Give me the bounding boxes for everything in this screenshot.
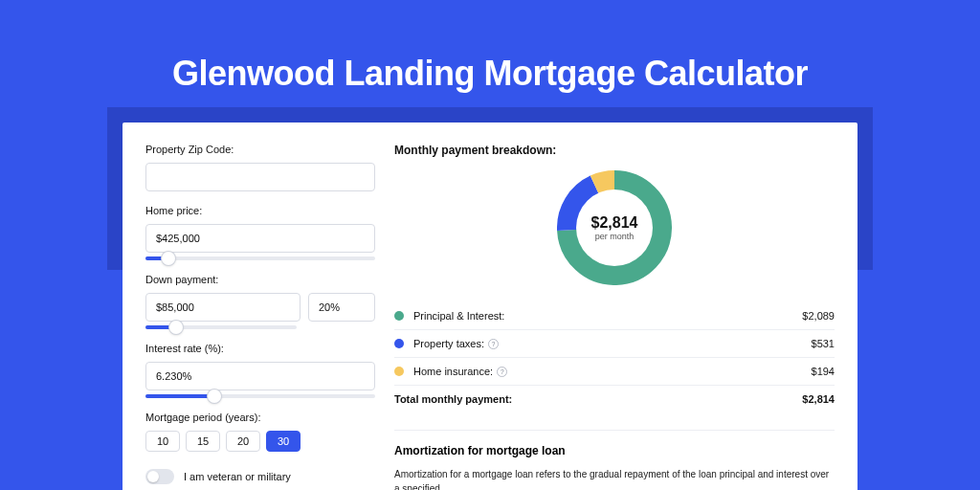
breakdown-total-value: $2,814	[802, 393, 835, 405]
donut-center: $2,814 per month	[576, 189, 653, 266]
breakdown-total-label: Total monthly payment:	[394, 393, 802, 405]
down-payment-amount-input[interactable]	[145, 293, 301, 322]
interest-slider[interactable]	[145, 394, 375, 398]
period-field: Mortgage period (years): 10152030	[145, 412, 375, 452]
donut-chart: $2,814 per month	[557, 170, 672, 285]
breakdown-list: Principal & Interest:$2,089Property taxe…	[394, 302, 835, 412]
zip-input[interactable]	[145, 163, 375, 191]
interest-rate-field: Interest rate (%):	[145, 343, 375, 398]
amortization-text: Amortization for a mortgage loan refers …	[394, 467, 835, 490]
breakdown-row: Principal & Interest:$2,089	[394, 302, 835, 330]
home-price-slider[interactable]	[145, 256, 375, 260]
period-button-10[interactable]: 10	[145, 431, 180, 452]
breakdown-label: Property taxes:?	[413, 338, 812, 349]
legend-dot	[394, 311, 404, 321]
page-title: Glenwood Landing Mortgage Calculator	[0, 0, 980, 94]
down-payment-label: Down payment:	[145, 274, 375, 285]
slider-fill	[145, 394, 214, 398]
form-column: Property Zip Code: Home price: Down paym…	[145, 144, 375, 490]
breakdown-value: $2,089	[802, 310, 835, 322]
zip-label: Property Zip Code:	[145, 144, 375, 155]
donut-chart-wrap: $2,814 per month	[394, 167, 835, 297]
period-label: Mortgage period (years):	[145, 412, 375, 423]
amortization-section: Amortization for mortgage loan Amortizat…	[394, 430, 835, 490]
zip-field: Property Zip Code:	[145, 144, 375, 191]
down-payment-field: Down payment:	[145, 274, 375, 329]
down-payment-slider[interactable]	[145, 325, 297, 329]
legend-dot	[394, 339, 404, 348]
donut-amount: $2,814	[591, 214, 638, 232]
home-price-label: Home price:	[145, 205, 375, 216]
down-payment-percent-input[interactable]	[308, 293, 375, 322]
interest-input[interactable]	[145, 362, 375, 390]
slider-handle[interactable]	[169, 321, 183, 334]
breakdown-label: Home insurance:?	[413, 366, 812, 377]
info-icon[interactable]: ?	[488, 339, 499, 349]
amortization-title: Amortization for mortgage loan	[394, 444, 835, 457]
breakdown-value: $531	[812, 338, 835, 349]
veteran-toggle-row: I am veteran or military	[145, 469, 375, 484]
page-background: Glenwood Landing Mortgage Calculator Pro…	[0, 0, 980, 490]
breakdown-row: Home insurance:?$194	[394, 358, 835, 386]
legend-dot	[394, 367, 404, 376]
veteran-label: I am veteran or military	[184, 471, 291, 482]
breakdown-value: $194	[812, 366, 835, 377]
slider-handle[interactable]	[162, 252, 175, 265]
veteran-toggle[interactable]	[145, 469, 174, 484]
calculator-card: Property Zip Code: Home price: Down paym…	[122, 122, 858, 490]
breakdown-total-row: Total monthly payment:$2,814	[394, 386, 835, 412]
home-price-input[interactable]	[145, 224, 375, 253]
period-button-15[interactable]: 15	[186, 431, 220, 452]
breakdown-row: Property taxes:?$531	[394, 330, 835, 358]
info-icon[interactable]: ?	[497, 367, 507, 377]
period-button-30[interactable]: 30	[266, 431, 301, 452]
period-button-group: 10152030	[145, 431, 375, 452]
donut-segment	[595, 182, 614, 186]
interest-label: Interest rate (%):	[145, 343, 375, 354]
period-button-20[interactable]: 20	[226, 431, 260, 452]
home-price-field: Home price:	[145, 205, 375, 260]
results-column: Monthly payment breakdown: $2,814 per mo…	[394, 144, 835, 490]
breakdown-label: Principal & Interest:	[413, 310, 802, 322]
breakdown-title: Monthly payment breakdown:	[394, 144, 835, 157]
toggle-knob	[147, 471, 159, 482]
donut-sub: per month	[595, 232, 635, 241]
slider-handle[interactable]	[208, 390, 221, 403]
